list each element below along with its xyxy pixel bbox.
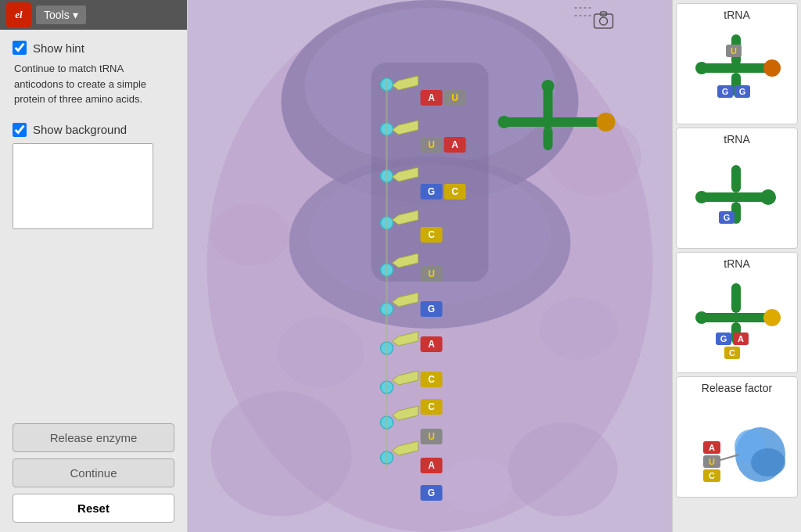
svg-text:U: U [428,431,435,442]
svg-point-99 [763,309,781,326]
svg-rect-89 [702,192,768,202]
svg-text:A: A [738,334,744,343]
svg-rect-95 [731,283,741,313]
svg-text:G: G [724,213,731,222]
svg-point-71 [542,80,555,92]
background-preview [13,143,153,229]
svg-text:C: C [428,229,435,240]
svg-rect-66 [505,117,606,127]
svg-text:C: C [729,348,735,358]
show-background-checkbox[interactable] [13,123,27,137]
svg-text:C: C [428,374,435,385]
svg-point-73 [600,17,608,25]
svg-point-108 [751,448,785,476]
svg-text:C: C [709,471,715,480]
svg-text:G: G [720,334,727,343]
show-background-row: Show background [13,123,174,137]
svg-text:G: G [428,304,435,315]
svg-text:A: A [428,339,435,350]
svg-point-3 [211,391,352,516]
svg-rect-68 [544,127,553,150]
show-hint-label[interactable]: Show hint [33,41,84,55]
ribosome-illustration: A U U A G C C [188,0,672,532]
svg-point-91 [695,191,708,203]
chevron-down-icon: ▾ [73,9,78,21]
toolbar: el Tools ▾ [0,0,187,30]
tools-label: Tools [44,9,70,21]
svg-point-98 [695,311,708,324]
svg-text:A: A [428,92,435,103]
svg-point-69 [498,116,511,128]
trna-2-visual: G [680,149,794,243]
svg-point-80 [695,62,708,74]
svg-text:U: U [428,139,435,150]
trna-3-label: tRNA [724,257,749,270]
svg-text:G: G [428,186,435,197]
svg-text:U: U [451,92,458,103]
svg-text:C: C [451,186,458,197]
svg-text:U: U [428,268,435,279]
hint-section: Show hint Continue to match tRNA anticod… [0,30,187,115]
svg-rect-88 [731,165,741,192]
buttons-section: Release enzyme Continue Reset [0,414,187,532]
trna-1-visual: G G U [680,24,794,119]
svg-point-8 [278,317,364,387]
center-panel: A U U A G C C [188,0,672,532]
release-factor-label: Release factor [702,382,772,394]
svg-text:G: G [428,487,435,498]
svg-text:C: C [428,401,435,412]
svg-text:A: A [451,139,458,150]
svg-point-7 [442,458,512,512]
svg-rect-78 [702,63,772,73]
svg-text:G: G [739,87,746,96]
svg-point-70 [597,113,616,131]
release-enzyme-button[interactable]: Release enzyme [13,423,174,452]
background-section: Show background [0,115,187,237]
right-panel: tRNA G G U tRNA [672,0,801,532]
trna-card-2[interactable]: tRNA G [676,128,798,249]
svg-text:el: el [15,9,23,20]
show-hint-checkbox[interactable] [13,41,27,55]
trna-3-visual: G A C [680,273,794,368]
svg-text:A: A [428,460,435,471]
svg-text:A: A [709,443,715,452]
trna-card-1[interactable]: tRNA G G U [676,3,798,124]
svg-point-81 [763,59,781,77]
left-panel: el Tools ▾ Show hint Continue to match t… [0,0,188,532]
svg-point-9 [540,297,618,360]
svg-text:U: U [731,46,737,56]
svg-text:U: U [709,457,715,466]
show-background-label[interactable]: Show background [33,123,127,136]
svg-point-6 [211,203,289,266]
hint-text: Continue to match tRNA anticodons to cre… [14,61,174,107]
trna-2-label: tRNA [724,133,749,146]
show-hint-row: Show hint [13,41,174,55]
trna-1-label: tRNA [724,9,749,21]
svg-rect-67 [544,86,553,129]
tools-button[interactable]: Tools ▾ [36,5,86,24]
trna-card-3[interactable]: tRNA G A C [676,252,798,373]
reset-button[interactable]: Reset [13,494,174,523]
release-factor-card[interactable]: Release factor A U C [676,376,798,498]
continue-button[interactable]: Continue [13,458,174,487]
svg-text:G: G [722,87,729,96]
release-factor-visual: A U C [680,397,794,492]
svg-point-92 [760,189,776,205]
svg-point-4 [508,422,618,516]
svg-rect-96 [702,313,772,322]
app-logo: el [6,2,31,27]
